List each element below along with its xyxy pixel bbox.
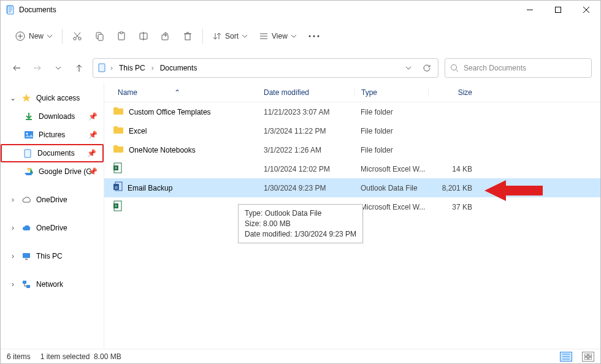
up-button[interactable]: [72, 61, 86, 75]
svg-rect-38: [25, 150, 31, 157]
address-row: › This PC › Documents Search Documents: [1, 53, 600, 83]
svg-marker-35: [22, 94, 31, 102]
svg-rect-62: [589, 357, 592, 360]
refresh-button[interactable]: [419, 61, 434, 75]
content: Name⌃ Date modified Type Size Custom Off…: [104, 83, 600, 349]
breadcrumb-documents[interactable]: Documents: [158, 63, 200, 74]
chevron-right-icon[interactable]: ›: [110, 64, 113, 72]
column-header-date[interactable]: Date modified: [264, 88, 354, 97]
sidebar-item-label: Documents: [37, 149, 75, 157]
sort-label: Sort: [225, 32, 239, 40]
pin-icon[interactable]: 📌: [87, 149, 96, 157]
file-row[interactable]: OneNote Notebooks3/1/2022 1:26 AMFile fo…: [104, 140, 600, 159]
forward-button[interactable]: [30, 61, 45, 75]
svg-rect-44: [25, 259, 28, 260]
chevron-down-icon[interactable]: ⌄: [9, 94, 17, 102]
sidebar-google-drive[interactable]: Google Drive (G 📌: [1, 162, 104, 181]
chevron-down-icon: [47, 35, 52, 38]
maximize-button[interactable]: [544, 1, 572, 19]
pin-icon[interactable]: 📌: [88, 167, 98, 176]
sidebar-this-pc[interactable]: › This PC: [1, 247, 104, 265]
chevron-right-icon[interactable]: ›: [9, 252, 17, 260]
sidebar-item-label: OneDrive: [36, 224, 67, 232]
thumbnails-view-button[interactable]: [582, 352, 594, 362]
documents-icon: [97, 63, 107, 74]
column-headers: Name⌃ Date modified Type Size: [104, 83, 600, 102]
sort-icon: [213, 32, 221, 40]
sidebar-downloads[interactable]: Downloads 📌: [1, 107, 104, 126]
chevron-right-icon[interactable]: ›: [9, 195, 17, 204]
breadcrumb-this-pc[interactable]: This PC: [117, 63, 148, 74]
file-row[interactable]: Custom Office Templates11/21/2023 3:07 A…: [104, 102, 600, 121]
new-button[interactable]: New: [9, 28, 58, 45]
recent-chevron[interactable]: [51, 61, 66, 75]
close-button[interactable]: [572, 1, 600, 19]
view-icon: [259, 32, 268, 40]
pin-icon[interactable]: 📌: [88, 112, 98, 121]
sidebar-documents[interactable]: Documents 📌: [1, 144, 104, 162]
annotation-arrow: [484, 175, 546, 208]
file-name: OneNote Notebooks: [129, 146, 196, 154]
sidebar-onedrive-2[interactable]: › OneDrive: [1, 219, 104, 237]
search-input[interactable]: Search Documents: [445, 58, 592, 78]
svg-marker-63: [484, 180, 543, 201]
cut-button[interactable]: [66, 28, 88, 45]
sidebar-pictures[interactable]: Pictures 📌: [1, 126, 104, 144]
sort-indicator-icon: ⌃: [174, 88, 180, 97]
file-icon: o: [113, 181, 123, 194]
details-view-button[interactable]: [560, 352, 572, 362]
file-name: Email Backup: [128, 184, 172, 192]
svg-rect-19: [120, 32, 123, 34]
column-header-type[interactable]: Type: [354, 88, 428, 97]
paste-icon: [117, 31, 126, 41]
svg-text:X: X: [115, 204, 117, 208]
folder-icon: [113, 107, 124, 117]
svg-rect-46: [26, 285, 30, 288]
more-button[interactable]: [302, 31, 326, 41]
chevron-right-icon[interactable]: ›: [9, 224, 17, 232]
address-chevron[interactable]: [401, 61, 416, 75]
google-drive-icon: [24, 167, 34, 176]
plus-circle-icon: [15, 31, 25, 41]
file-size: 14 KB: [428, 165, 481, 173]
column-header-name[interactable]: Name⌃: [104, 88, 264, 97]
back-button[interactable]: [9, 61, 24, 75]
svg-point-31: [317, 36, 319, 37]
svg-rect-23: [185, 34, 190, 40]
rename-button[interactable]: [132, 28, 155, 45]
svg-rect-60: [589, 354, 592, 356]
titlebar: Documents: [1, 1, 600, 19]
svg-rect-59: [584, 354, 588, 356]
file-tooltip: Type: Outlook Data File Size: 8.00 MB Da…: [238, 204, 363, 243]
address-bar[interactable]: › This PC › Documents: [93, 58, 438, 78]
column-header-size[interactable]: Size: [428, 88, 481, 97]
sidebar-network[interactable]: › Network: [1, 275, 104, 294]
paste-button[interactable]: [110, 28, 132, 45]
sidebar-quick-access[interactable]: ⌄ Quick access: [1, 89, 104, 107]
delete-button[interactable]: [177, 28, 199, 45]
file-date: 3/1/2022 1:26 AM: [264, 146, 354, 154]
file-row[interactable]: Excel1/3/2024 11:22 PMFile folder: [104, 121, 600, 140]
share-button[interactable]: [155, 28, 177, 45]
svg-point-29: [308, 36, 310, 37]
copy-button[interactable]: [88, 28, 110, 45]
file-icon: X: [113, 200, 123, 213]
svg-point-37: [26, 133, 28, 135]
svg-rect-36: [25, 131, 33, 138]
svg-marker-41: [30, 168, 33, 173]
chevron-right-icon[interactable]: ›: [151, 64, 154, 72]
star-icon: [21, 93, 31, 103]
svg-rect-17: [98, 34, 103, 40]
sidebar-item-label: Network: [36, 280, 63, 289]
svg-rect-45: [23, 281, 26, 284]
pin-icon[interactable]: 📌: [88, 131, 98, 139]
sidebar-onedrive-1[interactable]: › OneDrive: [1, 191, 104, 209]
svg-text:X: X: [115, 166, 117, 170]
monitor-icon: [21, 251, 31, 261]
file-type: File folder: [354, 146, 428, 154]
chevron-right-icon[interactable]: ›: [9, 280, 17, 289]
minimize-button[interactable]: [516, 1, 544, 19]
sidebar-item-label: Google Drive (G: [39, 167, 92, 176]
sort-button[interactable]: Sort: [207, 28, 253, 44]
view-button[interactable]: View: [253, 28, 302, 44]
